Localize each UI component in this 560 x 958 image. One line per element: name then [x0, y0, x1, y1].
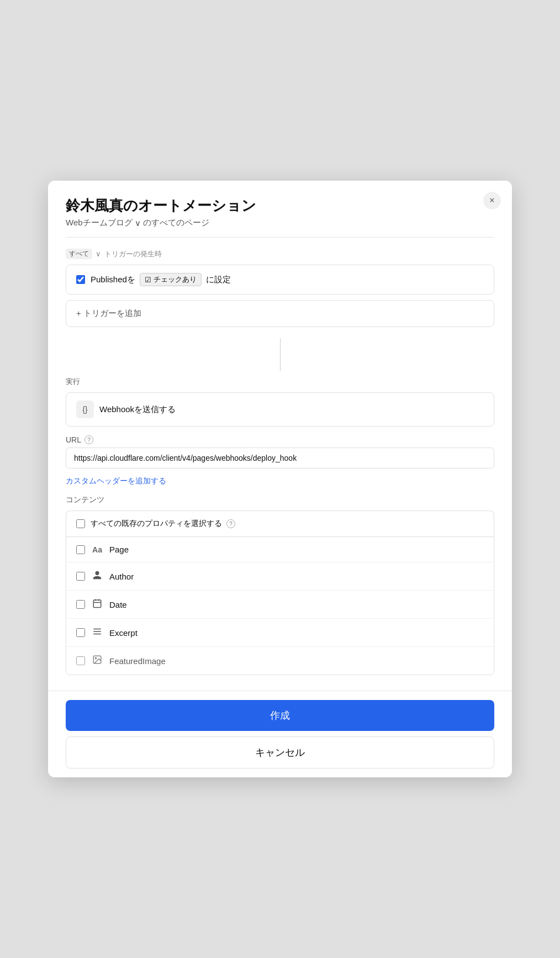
trigger-prefix: Publishedを [91, 275, 135, 285]
date-checkbox[interactable] [76, 600, 85, 609]
modal: 鈴木風真のオートメーション Webチームブログ ∨ のすべてのページ × すべて… [48, 181, 512, 777]
webhook-icon-symbol: {} [82, 405, 87, 414]
url-section: URL ? [66, 435, 494, 469]
trigger-suffix: に設定 [206, 275, 231, 285]
modal-header: 鈴木風真のオートメーション Webチームブログ ∨ のすべてのページ × [48, 181, 512, 237]
badge-text: チェックあり [154, 275, 197, 285]
author-icon [92, 570, 103, 582]
page-label: Page [109, 545, 129, 554]
author-checkbox[interactable] [76, 572, 85, 581]
modal-body: すべて ∨ トリガーの発生時 Publishedを ☑ チェックあり に設定 +… [48, 238, 512, 691]
content-card: すべての既存のプロパティを選択する ? Aa Page Author [66, 510, 494, 675]
author-label: Author [109, 572, 134, 581]
trigger-card: Publishedを ☑ チェックあり に設定 [66, 265, 494, 294]
subtitle-page-scope: のすべてのページ [143, 218, 209, 228]
trigger-check-badge: ☑ チェックあり [140, 273, 202, 286]
modal-title: 鈴木風真のオートメーション [66, 196, 494, 215]
close-icon: × [489, 196, 494, 206]
excerpt-label: Excerpt [109, 628, 138, 638]
webhook-label: Webhookを送信する [99, 404, 176, 415]
content-section: コンテンツ すべての既存のプロパティを選択する ? Aa Page [66, 495, 494, 675]
select-all-row: すべての既存のプロパティを選択する ? [66, 511, 494, 537]
svg-point-8 [95, 657, 96, 659]
cancel-button[interactable]: キャンセル [66, 736, 494, 768]
select-all-help-icon[interactable]: ? [226, 519, 235, 528]
trigger-chevron: ∨ [96, 250, 101, 258]
close-button[interactable]: × [483, 192, 501, 209]
badge-icon: ☑ [145, 276, 151, 284]
url-label-text: URL [66, 435, 81, 444]
connector-line [66, 333, 494, 377]
url-label: URL ? [66, 435, 494, 444]
modal-footer: 作成 キャンセル [48, 691, 512, 777]
trigger-checkbox[interactable] [76, 275, 85, 284]
list-item: Excerpt [66, 619, 494, 647]
featured-image-icon [92, 655, 103, 667]
list-item: FeaturedImage [66, 647, 494, 675]
page-checkbox[interactable] [76, 545, 85, 554]
trigger-label-text: トリガーの発生時 [104, 249, 162, 259]
add-trigger-label: + トリガーを追加 [76, 308, 141, 319]
all-badge[interactable]: すべて [66, 249, 92, 259]
trigger-section-label: すべて ∨ トリガーの発生時 [66, 249, 494, 259]
list-item: Date [66, 591, 494, 619]
page-icon: Aa [92, 545, 103, 554]
subtitle-blog-name: Webチームブログ [66, 218, 133, 228]
add-header-link[interactable]: カスタムヘッダーを追加する [66, 476, 494, 486]
webhook-icon: {} [76, 401, 94, 418]
exec-label: 実行 [66, 377, 494, 387]
list-item: Aa Page [66, 537, 494, 562]
trigger-text: Publishedを ☑ チェックあり に設定 [91, 273, 231, 286]
create-button[interactable]: 作成 [66, 700, 494, 731]
date-icon [92, 598, 103, 610]
svg-rect-0 [93, 600, 101, 608]
list-item: Author [66, 562, 494, 591]
excerpt-icon [92, 627, 103, 639]
subtitle-chevron: ∨ [135, 218, 141, 228]
excerpt-checkbox[interactable] [76, 628, 85, 637]
select-all-label: すべての既存のプロパティを選択する ? [91, 519, 235, 529]
modal-subtitle: Webチームブログ ∨ のすべてのページ [66, 218, 494, 228]
date-label: Date [109, 600, 127, 609]
featured-image-label: FeaturedImage [109, 656, 166, 666]
url-input[interactable] [66, 448, 494, 469]
vertical-line [280, 338, 281, 371]
content-section-label: コンテンツ [66, 495, 494, 505]
add-trigger-button[interactable]: + トリガーを追加 [66, 300, 494, 327]
select-all-checkbox[interactable] [76, 519, 85, 528]
webhook-card: {} Webhookを送信する [66, 392, 494, 427]
select-all-text: すべての既存のプロパティを選択する [91, 519, 222, 529]
featured-image-checkbox[interactable] [76, 656, 85, 665]
url-help-icon[interactable]: ? [84, 435, 93, 444]
